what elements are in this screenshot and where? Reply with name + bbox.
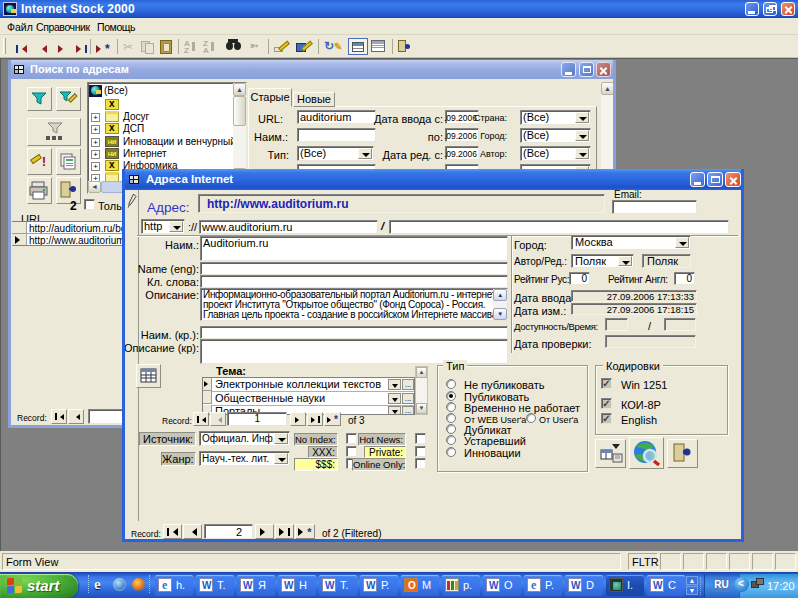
svg-text:!: ! (42, 155, 46, 169)
